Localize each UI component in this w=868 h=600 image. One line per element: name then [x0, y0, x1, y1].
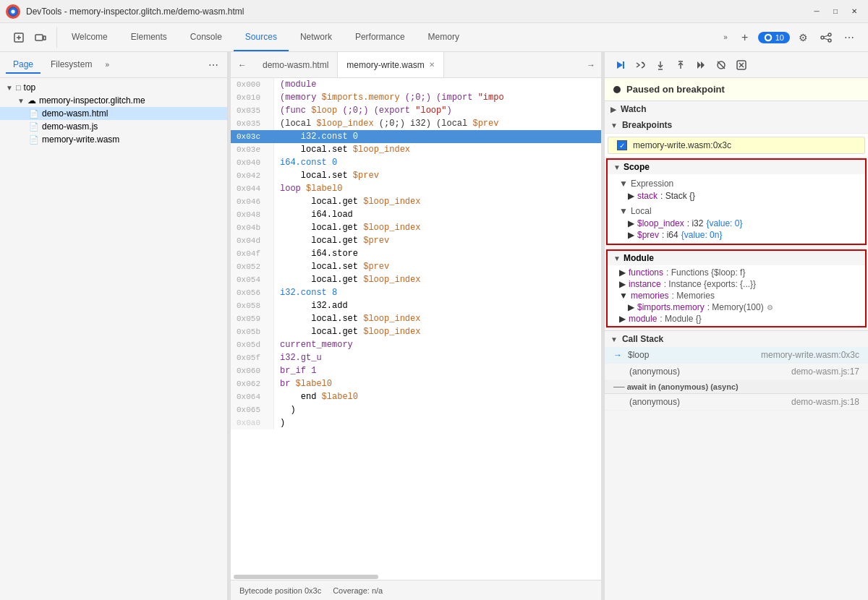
code-tabs: ← demo-wasm.html memory-write.wasm ✕ →: [231, 52, 601, 78]
chevron-down-icon: ▼: [619, 291, 628, 301]
svg-point-6: [766, 35, 770, 40]
maximize-button[interactable]: □: [827, 4, 843, 20]
breakpoint-item[interactable]: ✓ memory-write.wasm:0x3c: [608, 137, 865, 154]
code-line-0x03c: 0x03c i32.const 0: [231, 130, 601, 143]
chevron-right-icon: ▶: [619, 267, 626, 278]
tab-sources[interactable]: Sources: [234, 23, 289, 51]
svg-point-1: [11, 9, 14, 13]
scope-inner: ▼ Expression ▶ stack : Stack {} ▼ Local: [608, 174, 865, 244]
scope-group-expression-header[interactable]: ▼ Expression: [608, 177, 865, 190]
main-tabs: Welcome Elements Console Sources Network…: [57, 23, 713, 51]
breakpoints-section-content: ✓ memory-write.wasm:0x3c: [605, 133, 868, 157]
close-button[interactable]: ✕: [846, 4, 862, 20]
breakpoint-checkbox[interactable]: ✓: [617, 140, 627, 150]
watch-section-header[interactable]: ▶ Watch: [605, 101, 868, 117]
callstack-item-anonymous[interactable]: (anonymous) demo-wasm.js:17: [605, 364, 868, 380]
debugger-toolbar: [605, 52, 868, 78]
code-line-0x052: 0x052 local.set $prev: [231, 260, 601, 273]
memory-inspector-gear-icon[interactable]: ⚙: [767, 304, 773, 312]
file-icon: 📄: [29, 122, 39, 132]
step-out-button[interactable]: [671, 56, 690, 74]
module-section-header[interactable]: ▼ Module: [608, 251, 865, 265]
code-line-0x065: 0x065 ): [231, 403, 601, 416]
code-panel: ← demo-wasm.html memory-write.wasm ✕ → 0…: [231, 52, 601, 600]
resume-button[interactable]: [610, 56, 629, 74]
inspect-icon[interactable]: [9, 27, 29, 48]
sidebar-extra-button[interactable]: ⋯: [205, 56, 221, 74]
module-item-memories[interactable]: ▼ memories : Memories: [608, 290, 865, 301]
code-line-0x054: 0x054 local.get $loop_index: [231, 273, 601, 286]
file-tree-demo-wasm-html[interactable]: 📄 demo-wasm.html: [0, 107, 227, 120]
step-over-button[interactable]: [631, 56, 650, 74]
settings-button[interactable]: ⚙: [793, 27, 813, 48]
chevron-right-icon: ▶: [628, 218, 634, 228]
more-tabs-button[interactable]: »: [719, 30, 732, 44]
scope-group-expression: ▼ Expression ▶ stack : Stack {}: [608, 176, 865, 203]
current-frame-icon: →: [613, 350, 622, 360]
file-tree: ▼ □ top ▼ ☁ memory-inspector.glitch.me 📄…: [0, 78, 227, 600]
minimize-button[interactable]: ─: [809, 4, 825, 20]
chevron-right-icon: ▶: [628, 191, 634, 201]
scope-item-loop-index[interactable]: ▶ $loop_index : i32 {value: 0}: [608, 218, 865, 229]
code-tab-memory-write-wasm[interactable]: memory-write.wasm ✕: [338, 52, 443, 77]
code-line-0x044: 0x044 loop $label0: [231, 182, 601, 195]
breakpoints-section-header[interactable]: ▼ Breakpoints: [605, 117, 868, 133]
code-tab-demo-wasm-html[interactable]: demo-wasm.html: [254, 52, 338, 77]
step-button[interactable]: [692, 56, 710, 74]
tab-elements[interactable]: Elements: [119, 23, 179, 51]
callstack-section: ▼ Call Stack → $loop memory-write.wasm:0…: [605, 330, 868, 411]
menu-icons: [3, 27, 57, 48]
code-line-0x05b: 0x05b local.get $loop_index: [231, 325, 601, 338]
code-line-0x0a0: 0x0a0 ): [231, 416, 601, 429]
file-icon: 📄: [29, 109, 39, 119]
scope-section-header[interactable]: ▼ Scope: [608, 160, 865, 174]
sidebar-more-button[interactable]: »: [105, 61, 109, 69]
file-tree-demo-wasm-js[interactable]: 📄 demo-wasm.js: [0, 120, 227, 133]
cloud-icon: ☁: [27, 95, 36, 106]
callstack-item-anonymous-2[interactable]: (anonymous) demo-wasm.js:18: [605, 394, 868, 411]
sidebar-tab-filesystem[interactable]: Filesystem: [43, 56, 99, 74]
tab-console[interactable]: Console: [179, 23, 234, 51]
title-bar-controls: ─ □ ✕: [809, 4, 862, 20]
tab-network[interactable]: Network: [289, 23, 344, 51]
deactivate-breakpoints-button[interactable]: [712, 56, 731, 74]
notification-button[interactable]: 10: [758, 32, 790, 43]
menu-bar: Welcome Elements Console Sources Network…: [0, 23, 868, 52]
code-scrollbar[interactable]: [231, 574, 601, 580]
callstack-item-loop[interactable]: → $loop memory-write.wasm:0x3c: [605, 347, 868, 364]
sidebar-tab-page[interactable]: Page: [6, 56, 41, 74]
code-line-0x056: 0x056 i32.const 8: [231, 286, 601, 299]
code-tab-forward-button[interactable]: →: [581, 55, 601, 75]
module-item-functions[interactable]: ▶ functions : Functions {$loop: f}: [608, 267, 865, 278]
module-item-imports-memory[interactable]: ▶ $imports.memory : Memory(100) ⚙: [608, 301, 865, 313]
code-tab-close-button[interactable]: ✕: [429, 61, 435, 69]
tab-performance[interactable]: Performance: [344, 23, 417, 51]
add-tab-button[interactable]: +: [735, 27, 755, 48]
file-tree-memory-write-wasm[interactable]: 📄 memory-write.wasm: [0, 133, 227, 146]
file-tree-domain[interactable]: ▼ ☁ memory-inspector.glitch.me: [0, 94, 227, 107]
code-tab-back-button[interactable]: ←: [232, 55, 252, 75]
chevron-right-icon: ▶: [628, 230, 634, 240]
svg-point-7: [828, 33, 831, 36]
tab-welcome[interactable]: Welcome: [60, 23, 119, 51]
scope-group-local-header[interactable]: ▼ Local: [608, 205, 865, 218]
pause-on-exceptions-button[interactable]: [732, 56, 751, 74]
device-toolbar-icon[interactable]: [30, 27, 51, 48]
scope-group-local: ▼ Local ▶ $loop_index : i32 {value: 0} ▶…: [608, 203, 865, 242]
main-content: Page Filesystem » ⋯ ▼ □ top ▼ ☁ memory-i…: [0, 52, 868, 600]
arrow-icon: ▼: [17, 97, 25, 105]
file-tree-top[interactable]: ▼ □ top: [0, 81, 227, 94]
scope-item-stack[interactable]: ▶ stack : Stack {}: [608, 190, 865, 202]
code-line-0x064: 0x064 end $label0: [231, 390, 601, 403]
module-item-module[interactable]: ▶ module : Module {}: [608, 313, 865, 325]
code-content[interactable]: 0x000 (module 0x010 (memory $imports.mem…: [231, 78, 601, 574]
module-item-instance[interactable]: ▶ instance : Instance {exports: {...}}: [608, 278, 865, 290]
callstack-arrow-icon: ▼: [610, 335, 618, 343]
share-button[interactable]: [816, 27, 836, 48]
step-into-button[interactable]: [651, 56, 670, 74]
tab-memory[interactable]: Memory: [417, 23, 471, 51]
callstack-section-header[interactable]: ▼ Call Stack: [605, 330, 868, 347]
scroll-thumb[interactable]: [234, 575, 378, 579]
more-options-button[interactable]: ⋯: [839, 27, 859, 48]
scope-item-prev[interactable]: ▶ $prev : i64 {value: 0n}: [608, 229, 865, 241]
